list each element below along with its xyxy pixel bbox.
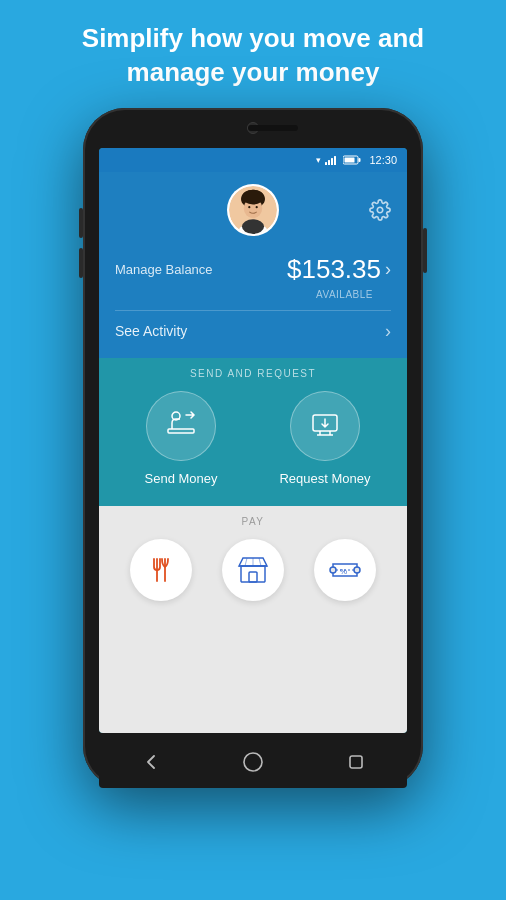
svg-point-14 [256,206,258,208]
vol-down-button[interactable] [79,248,83,278]
svg-rect-6 [345,157,355,162]
svg-rect-5 [359,158,361,162]
svg-rect-32 [350,756,362,768]
svg-rect-3 [334,156,336,165]
see-activity-chevron-icon: › [385,321,391,342]
time-display: 12:30 [369,154,397,166]
send-request-section: SEND AND REQUEST Send Money [99,358,407,506]
balance-chevron-icon: › [385,259,391,280]
balance-amount-wrapper[interactable]: $153.35 › [287,254,391,285]
svg-point-13 [248,206,250,208]
headline-line1: Simplify how you move and [82,23,424,53]
battery-icon [343,155,361,165]
pay-tickets-circle: % [314,539,376,601]
svg-point-10 [242,189,264,204]
pay-section: PAY [99,506,407,733]
request-money-label: Request Money [279,471,370,486]
divider [115,310,391,311]
wifi-icon: ▾ [316,155,321,165]
nav-bar [99,736,407,788]
pay-title: PAY [99,506,407,535]
pay-buttons-row: % [99,535,407,605]
request-money-circle [290,391,360,461]
svg-point-27 [330,567,336,573]
svg-point-28 [354,567,360,573]
phone: ▾ 12:30 [83,108,423,788]
available-label: AVAILABLE [115,289,373,300]
manage-balance-label: Manage Balance [115,262,213,277]
headline-line2: manage your money [127,57,380,87]
profile-row [115,184,391,236]
request-money-item[interactable]: Request Money [263,391,387,486]
pay-tickets-item[interactable]: % [314,539,376,601]
svg-rect-21 [241,566,265,582]
settings-icon[interactable] [369,199,391,221]
svg-rect-16 [168,429,194,433]
pay-stores-item[interactable] [222,539,284,601]
home-button[interactable] [242,751,264,773]
power-button[interactable] [423,228,427,273]
svg-point-15 [377,207,383,213]
balance-row: Manage Balance $153.35 › [115,254,391,285]
recent-button[interactable] [346,752,366,772]
pay-restaurants-circle [130,539,192,601]
svg-line-26 [259,558,261,566]
send-money-item[interactable]: Send Money [119,391,243,486]
screen: ▾ 12:30 [99,148,407,733]
pay-restaurants-item[interactable] [130,539,192,601]
svg-rect-22 [249,572,257,582]
back-button[interactable] [140,752,160,772]
signal-icon [325,155,339,165]
avatar[interactable] [227,184,279,236]
pay-stores-circle [222,539,284,601]
see-activity-label: See Activity [115,323,187,339]
status-bar: ▾ 12:30 [99,148,407,172]
see-activity-row[interactable]: See Activity › [115,321,391,342]
send-request-title: SEND AND REQUEST [99,358,407,387]
vol-up-button[interactable] [79,208,83,238]
svg-rect-1 [328,160,330,165]
send-money-circle [146,391,216,461]
svg-point-12 [242,219,264,234]
headline: Simplify how you move and manage your mo… [42,0,464,108]
svg-point-31 [244,753,262,771]
svg-rect-2 [331,158,333,165]
action-buttons-row: Send Money Request Money [99,387,407,506]
send-money-label: Send Money [145,471,218,486]
svg-text:%: % [340,567,347,576]
svg-line-24 [245,558,247,566]
svg-rect-0 [325,162,327,165]
balance-amount: $153.35 [287,254,381,285]
top-area: Manage Balance $153.35 › AVAILABLE See A… [99,172,407,358]
